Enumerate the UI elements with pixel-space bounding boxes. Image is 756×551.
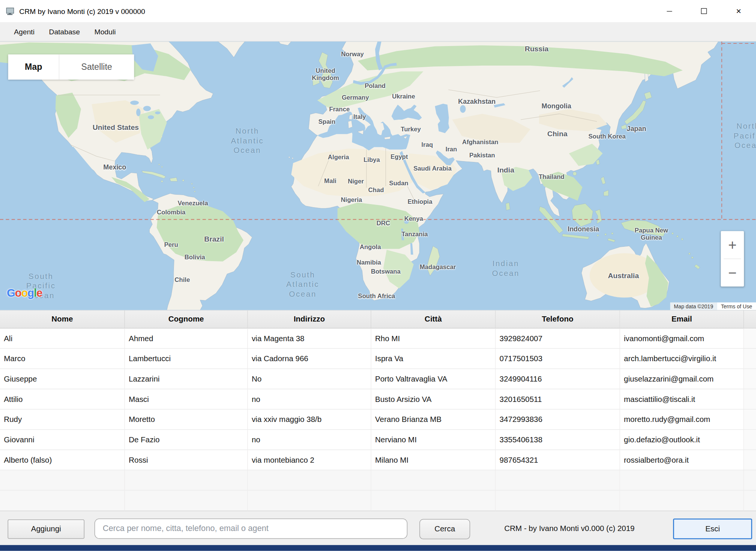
cerca-button[interactable]: Cerca bbox=[419, 519, 470, 539]
table-cell bbox=[620, 470, 744, 491]
table-cell[interactable]: giuselazzarini@gmail.com bbox=[620, 369, 744, 389]
google-logo-letter: o bbox=[21, 286, 28, 299]
zoom-in-button[interactable]: + bbox=[721, 231, 744, 259]
table-cell[interactable]: gio.defazio@outlook.it bbox=[620, 430, 744, 450]
table-cell[interactable]: Attilio bbox=[0, 389, 125, 409]
table-row[interactable]: AttilioMascinoBusto Arsizio VA3201650511… bbox=[0, 389, 756, 409]
map-button[interactable]: Map bbox=[8, 54, 59, 79]
aggiungi-button[interactable]: Aggiungi bbox=[8, 519, 84, 539]
table-cell[interactable]: 3201650511 bbox=[496, 389, 620, 409]
table-row-empty[interactable] bbox=[0, 470, 756, 491]
table-cell[interactable]: via montebianco 2 bbox=[248, 450, 371, 470]
menu-item-database[interactable]: Database bbox=[42, 22, 87, 41]
table-cell[interactable]: No bbox=[248, 369, 371, 389]
menu-item-moduli[interactable]: Moduli bbox=[87, 22, 123, 41]
maximize-button[interactable] bbox=[687, 0, 721, 22]
table-cell[interactable]: Marco bbox=[0, 349, 125, 369]
table-cell[interactable] bbox=[744, 328, 756, 349]
table-cell[interactable]: Moretto bbox=[125, 409, 248, 430]
close-button[interactable]: ✕ bbox=[721, 0, 756, 22]
search-input[interactable] bbox=[94, 519, 407, 539]
column-header-telefono[interactable]: Telefono bbox=[496, 310, 620, 329]
footer-bar: Aggiungi Cerca CRM - by Ivano Monti v0.0… bbox=[0, 511, 756, 545]
table-cell[interactable]: via xxiv maggio 38/b bbox=[248, 409, 371, 430]
table-cell[interactable]: Giuseppe bbox=[0, 369, 125, 389]
table-cell[interactable]: Ahmed bbox=[125, 328, 248, 349]
table-cell[interactable]: Masci bbox=[125, 389, 248, 409]
table-cell bbox=[248, 491, 371, 511]
table-row[interactable]: MarcoLambertuccivia Cadorna 966Ispra Va0… bbox=[0, 349, 756, 369]
google-logo-letter: e bbox=[36, 286, 42, 299]
esci-button[interactable]: Esci bbox=[673, 519, 752, 539]
menu-item-agenti[interactable]: Agenti bbox=[7, 22, 42, 41]
table-body: AliAhmedvia Magenta 38Rho MI3929824007iv… bbox=[0, 328, 756, 511]
table-cell[interactable]: ivanomonti@gmail.com bbox=[620, 328, 744, 349]
table-cell[interactable]: Busto Arsizio VA bbox=[371, 389, 496, 409]
table-cell[interactable]: 3472993836 bbox=[496, 409, 620, 430]
satellite-button[interactable]: Satellite bbox=[59, 54, 134, 79]
table-cell[interactable] bbox=[744, 409, 756, 430]
google-logo-letter: o bbox=[15, 286, 21, 299]
table-cell[interactable] bbox=[744, 450, 756, 470]
table-cell[interactable]: no bbox=[248, 389, 371, 409]
table-row[interactable]: Alberto (falso)Rossivia montebianco 2Mil… bbox=[0, 450, 756, 470]
title-bar: CRM by Ivano Monti (c) 2019 v 000000 ✕ bbox=[0, 0, 756, 22]
table-cell[interactable]: Rho MI bbox=[371, 328, 496, 349]
table-cell[interactable]: masciattilio@tiscali.it bbox=[620, 389, 744, 409]
table-row[interactable]: GiovanniDe FazionoNerviano MI3355406138g… bbox=[0, 430, 756, 450]
table-cell[interactable]: Lambertucci bbox=[125, 349, 248, 369]
table-cell[interactable]: Alberto (falso) bbox=[0, 450, 125, 470]
table-cell bbox=[125, 491, 248, 511]
minimize-button[interactable] bbox=[652, 0, 687, 22]
table-cell[interactable]: arch.lambertucci@virgilio.it bbox=[620, 349, 744, 369]
table-cell[interactable]: Nerviano MI bbox=[371, 430, 496, 450]
column-header-città[interactable]: Città bbox=[371, 310, 496, 329]
table-cell[interactable]: Porto Valtravaglia VA bbox=[371, 369, 496, 389]
agents-table: NomeCognomeIndirizzoCittàTelefonoEmail A… bbox=[0, 310, 756, 511]
table-cell[interactable]: via Magenta 38 bbox=[248, 328, 371, 349]
table-cell[interactable]: Ispra Va bbox=[371, 349, 496, 369]
table-cell[interactable] bbox=[744, 369, 756, 389]
table-row[interactable]: GiuseppeLazzariniNoPorto Valtravaglia VA… bbox=[0, 369, 756, 389]
table-cell[interactable]: Giovanni bbox=[0, 430, 125, 450]
close-icon: ✕ bbox=[736, 8, 741, 14]
table-cell bbox=[744, 491, 756, 511]
table-row-empty[interactable] bbox=[0, 491, 756, 511]
table-cell[interactable]: 987654321 bbox=[496, 450, 620, 470]
table-cell[interactable] bbox=[744, 349, 756, 369]
map-container: United StatesMexicoVenezuelaColombiaBraz… bbox=[0, 42, 756, 310]
column-header-cognome[interactable]: Cognome bbox=[125, 310, 248, 329]
table-cell[interactable]: Lazzarini bbox=[125, 369, 248, 389]
table-cell bbox=[496, 470, 620, 491]
table-cell[interactable]: De Fazio bbox=[125, 430, 248, 450]
table-cell[interactable]: Milano MI bbox=[371, 450, 496, 470]
table-cell[interactable]: 3355406138 bbox=[496, 430, 620, 450]
table-cell[interactable]: Ali bbox=[0, 328, 125, 349]
column-header-nome[interactable]: Nome bbox=[0, 310, 125, 329]
table-cell[interactable]: 0717501503 bbox=[496, 349, 620, 369]
table-cell[interactable]: rossialberto@ora.it bbox=[620, 450, 744, 470]
table-cell[interactable]: no bbox=[248, 430, 371, 450]
column-header-filler[interactable] bbox=[744, 310, 756, 329]
zoom-out-button[interactable]: − bbox=[721, 259, 744, 286]
table-cell bbox=[371, 491, 496, 511]
table-cell bbox=[371, 470, 496, 491]
world-map[interactable] bbox=[0, 42, 756, 310]
table-cell[interactable] bbox=[744, 389, 756, 409]
table-cell bbox=[496, 491, 620, 511]
table-cell[interactable]: 3929824007 bbox=[496, 328, 620, 349]
table-cell[interactable]: Verano Brianza MB bbox=[371, 409, 496, 430]
zoom-control: + − bbox=[721, 231, 744, 286]
table-cell[interactable] bbox=[744, 430, 756, 450]
terms-of-use-link[interactable]: Terms of Use bbox=[717, 302, 756, 310]
table-cell[interactable]: 3249904116 bbox=[496, 369, 620, 389]
table-cell[interactable]: via Cadorna 966 bbox=[248, 349, 371, 369]
column-header-indirizzo[interactable]: Indirizzo bbox=[248, 310, 371, 329]
table-row[interactable]: RudyMorettovia xxiv maggio 38/bVerano Br… bbox=[0, 409, 756, 430]
table-row[interactable]: AliAhmedvia Magenta 38Rho MI3929824007iv… bbox=[0, 328, 756, 349]
table-cell[interactable]: Rudy bbox=[0, 409, 125, 430]
table-cell[interactable]: moretto.rudy@gmail.com bbox=[620, 409, 744, 430]
google-logo[interactable]: Google bbox=[7, 286, 42, 300]
table-cell[interactable]: Rossi bbox=[125, 450, 248, 470]
column-header-email[interactable]: Email bbox=[620, 310, 744, 329]
